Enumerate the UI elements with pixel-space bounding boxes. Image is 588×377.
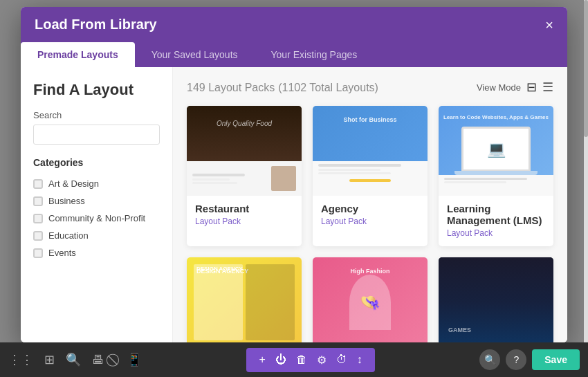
layout-card-fashion[interactable]: 👒 High Fashion Layout Pack bbox=[313, 257, 428, 342]
category-checkbox-events[interactable] bbox=[33, 248, 43, 258]
category-checkbox-community[interactable] bbox=[33, 214, 43, 223]
card-image-design: DESIGN AGENCY bbox=[187, 257, 302, 342]
card-type-lms: Layout Pack bbox=[447, 228, 545, 238]
modal-overlay: Load From Library × Premade Layouts Your… bbox=[0, 0, 588, 342]
layout-count: 149 Layout Packs (1102 Total Layouts) bbox=[187, 80, 378, 95]
card-name-restaurant: Restaurant bbox=[195, 203, 293, 214]
bottom-toolbar: ⋮⋮ ⊞ 🔍 🖶 ⃠ 📱 + ⏻ 🗑 ⚙ ⏱ ↕ 🔍 ? Save bbox=[0, 342, 588, 377]
desktop-icon[interactable]: 🖶 bbox=[92, 353, 104, 367]
grid-icon[interactable]: ⊞ bbox=[44, 352, 55, 367]
modal-close-button[interactable]: × bbox=[545, 18, 553, 32]
layout-card-lms[interactable]: 💻 Learning Management (LMS) Layout Pack bbox=[439, 106, 553, 246]
sidebar: Find A Layout Search Categories Art & De… bbox=[21, 67, 173, 342]
search-input[interactable] bbox=[33, 125, 160, 145]
card-name-lms: Learning Management (LMS) bbox=[447, 203, 545, 226]
save-button[interactable]: Save bbox=[532, 349, 580, 370]
list-view-icon[interactable]: ☰ bbox=[542, 80, 553, 95]
card-name-agency: Agency bbox=[321, 203, 419, 214]
search-circle-button[interactable]: 🔍 bbox=[479, 349, 500, 370]
category-label-events: Events bbox=[48, 248, 76, 258]
card-image-lms: 💻 bbox=[439, 106, 553, 196]
delete-icon[interactable]: 🗑 bbox=[296, 353, 307, 366]
sort-icon[interactable]: ↕ bbox=[357, 353, 362, 366]
main-content: 149 Layout Packs (1102 Total Layouts) Vi… bbox=[173, 67, 567, 342]
power-icon[interactable]: ⏻ bbox=[275, 353, 286, 366]
category-item-art[interactable]: Art & Design bbox=[33, 175, 160, 192]
card-info-agency: Agency Layout Pack bbox=[313, 196, 428, 235]
category-checkbox-education[interactable] bbox=[33, 231, 43, 241]
layout-card-dark[interactable]: GAMES Dark Layout Pack bbox=[439, 257, 553, 342]
sidebar-title: Find A Layout bbox=[33, 81, 160, 99]
category-label-business: Business bbox=[48, 196, 85, 206]
layout-grid: Restaurant Layout Pack bbox=[187, 106, 553, 342]
card-image-agency bbox=[313, 106, 428, 196]
toolbar-center: + ⏻ 🗑 ⚙ ⏱ ↕ bbox=[246, 348, 374, 372]
tab-premade[interactable]: Premade Layouts bbox=[21, 42, 135, 67]
card-image-fashion: 👒 bbox=[313, 257, 428, 342]
category-checkbox-business[interactable] bbox=[33, 196, 43, 206]
tab-saved[interactable]: Your Saved Layouts bbox=[135, 42, 255, 67]
card-type-restaurant: Layout Pack bbox=[195, 217, 293, 226]
toolbar-right: 🔍 ? Save bbox=[479, 349, 580, 370]
view-mode: View Mode ⊟ ☰ bbox=[477, 80, 553, 95]
categories-title: Categories bbox=[33, 157, 160, 168]
category-item-community[interactable]: Community & Non-Profit bbox=[33, 210, 160, 227]
card-info-restaurant: Restaurant Layout Pack bbox=[187, 196, 302, 235]
search-label: Search bbox=[33, 110, 160, 120]
dots-icon[interactable]: ⋮⋮ bbox=[8, 352, 33, 367]
modal-title: Load From Library bbox=[35, 17, 157, 33]
card-image-dark: GAMES bbox=[439, 257, 553, 342]
mobile-icon[interactable]: 📱 bbox=[127, 352, 142, 367]
content-header: 149 Layout Packs (1102 Total Layouts) Vi… bbox=[187, 80, 553, 95]
category-checkbox-art[interactable] bbox=[33, 179, 43, 189]
total-count: (1102 Total Layouts) bbox=[278, 82, 378, 93]
modal-tabs: Premade Layouts Your Saved Layouts Your … bbox=[21, 42, 567, 67]
tab-existing[interactable]: Your Existing Pages bbox=[255, 42, 374, 67]
layout-card-restaurant[interactable]: Restaurant Layout Pack bbox=[187, 106, 302, 246]
category-item-events[interactable]: Events bbox=[33, 244, 160, 261]
category-label-community: Community & Non-Profit bbox=[48, 213, 145, 223]
card-info-lms: Learning Management (LMS) Layout Pack bbox=[439, 196, 553, 246]
modal-header: Load From Library × bbox=[21, 7, 567, 42]
category-label-education: Education bbox=[48, 230, 89, 241]
settings-icon[interactable]: ⚙ bbox=[317, 353, 327, 367]
search-icon[interactable]: 🔍 bbox=[66, 352, 81, 367]
layout-card-agency[interactable]: Agency Layout Pack bbox=[313, 106, 428, 246]
toolbar-left: ⋮⋮ ⊞ 🔍 🖶 ⃠ 📱 bbox=[8, 352, 142, 367]
modal: Load From Library × Premade Layouts Your… bbox=[21, 7, 567, 342]
modal-body: Find A Layout Search Categories Art & De… bbox=[21, 67, 567, 342]
category-item-education[interactable]: Education bbox=[33, 227, 160, 244]
layout-card-design[interactable]: DESIGN AGENCY Design Agency Layout Pack bbox=[187, 257, 302, 342]
card-image-restaurant bbox=[187, 106, 302, 196]
category-item-business[interactable]: Business bbox=[33, 192, 160, 210]
add-icon[interactable]: + bbox=[259, 353, 265, 366]
card-type-agency: Layout Pack bbox=[321, 217, 419, 226]
history-icon[interactable]: ⏱ bbox=[336, 353, 347, 366]
category-label-art: Art & Design bbox=[48, 178, 99, 189]
grid-view-icon[interactable]: ⊟ bbox=[526, 80, 537, 95]
help-button[interactable]: ? bbox=[506, 349, 526, 370]
